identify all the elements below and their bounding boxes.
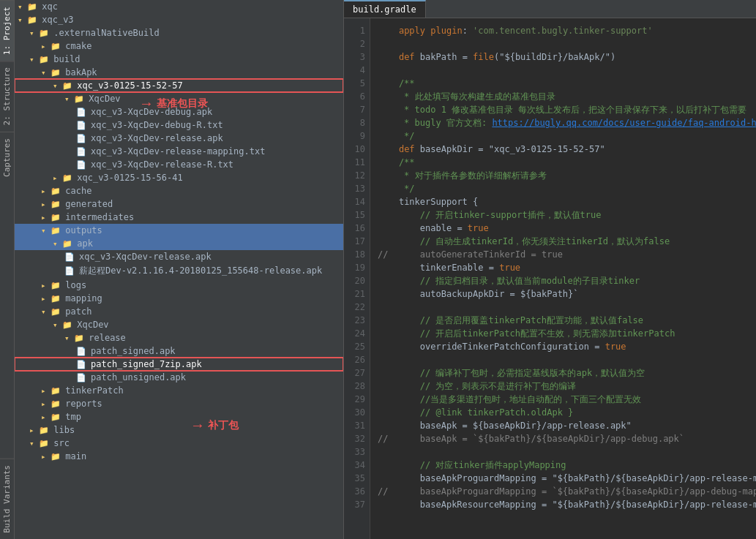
line-number-20: 20 — [344, 274, 370, 287]
tree-item-7[interactable]: ▾ 📁xqc_v3-0125-15-52-57 — [15, 79, 343, 92]
tree-item-22[interactable]: ▸ 📁logs — [15, 279, 343, 292]
line-number-32: 32 — [344, 432, 370, 445]
code-line-19: tinkerEnable = true — [378, 261, 756, 274]
tree-item-label: release — [89, 333, 126, 343]
tree-item-15[interactable]: ▸ 📁cache — [15, 184, 343, 197]
line-number-4: 4 — [344, 64, 370, 77]
tree-item-35[interactable]: ▸ 📁main — [15, 450, 343, 463]
tree-item-label: xqc_v3-XqcDev-debug-R.txt — [91, 120, 223, 130]
line-number-21: 21 — [344, 287, 370, 301]
folder-icon: ▾ 📁 — [41, 226, 61, 235]
tree-item-4[interactable]: ▸ 📁cmake — [15, 39, 343, 53]
folder-icon: ▾ 📁 — [29, 55, 49, 64]
tree-item-label: reports — [65, 399, 102, 409]
tree-item-28[interactable]: 📄patch_signed_7zip.apk — [15, 358, 343, 371]
tree-item-18[interactable]: ▾ 📁outputs — [15, 224, 343, 237]
tree-item-27[interactable]: 📄patch_signed.apk — [15, 344, 343, 358]
tree-item-21[interactable]: 📄薪起程Dev-v2.1.16.4-20180125_155648-releas… — [15, 263, 343, 279]
code-line-25: overrideTinkerPatchConfiguration = true — [378, 340, 756, 353]
tree-item-33[interactable]: ▸ 📁libs — [15, 423, 343, 437]
tree-item-label: .externalNativeBuild — [53, 28, 160, 38]
line-number-23: 23 — [344, 314, 370, 327]
structure-tab[interactable]: 2: Structure — [0, 61, 14, 131]
code-line-27: // 编译补丁包时，必需指定基线版本的apk，默认值为空 — [378, 366, 756, 380]
folder-icon: ▸ 📁 — [41, 213, 61, 222]
tree-item-29[interactable]: 📄patch_unsigned.apk — [15, 371, 343, 384]
code-line-23: // 是否启用覆盖tinkerPatch配置功能，默认值false — [378, 314, 756, 327]
line-number-14: 14 — [344, 195, 370, 208]
apk-file-icon: 📄 — [76, 134, 86, 143]
project-tab[interactable]: 1: Project — [0, 0, 14, 61]
folder-icon: ▾ 📁 — [53, 320, 72, 330]
tree-item-13[interactable]: 📄xqc_v3-XqcDev-release-R.txt — [15, 158, 343, 171]
tree-item-31[interactable]: ▸ 📁reports — [15, 397, 343, 410]
line-number-3: 3 — [344, 50, 370, 64]
tree-item-label: xqc_v3-XqcDev-release-mapping.txt — [91, 146, 265, 157]
folder-icon: ▸ 📁 — [41, 386, 61, 396]
code-lines: apply plugin: 'com.tencent.bugly.tinker-… — [370, 18, 756, 539]
tree-item-5[interactable]: ▾ 📁build — [15, 53, 343, 66]
line-number-11: 11 — [344, 156, 370, 169]
side-tabs: 1: Project 2: Structure Captures Build V… — [0, 0, 15, 539]
code-line-30: // @link tinkerPatch.oldApk } — [378, 406, 756, 419]
tree-item-3[interactable]: ▾ 📁.externalNativeBuild — [15, 26, 343, 39]
txt-file-icon: 📄 — [76, 147, 86, 157]
folder-icon: ▸ 📁 — [41, 452, 61, 461]
folder-icon: ▾ 📁 — [64, 333, 84, 343]
tree-item-2[interactable]: ▾ 📁xqc_v3 — [15, 13, 343, 26]
code-line-33 — [378, 445, 756, 459]
code-line-29: //当是多渠道打包时，地址自动配的，下面三个配置无效 — [378, 393, 756, 406]
file-tree-panel: ▾ 📁xqc▾ 📁xqc_v3▾ 📁.externalNativeBuild▸ … — [15, 0, 344, 539]
tree-item-12[interactable]: 📄xqc_v3-XqcDev-release-mapping.txt — [15, 145, 343, 158]
tree-item-label: tinkerPatch — [65, 385, 123, 396]
code-tab-build-gradle[interactable]: build.gradle — [344, 0, 426, 18]
tree-item-1[interactable]: ▾ 📁xqc — [15, 0, 343, 13]
tree-item-label: cache — [65, 186, 91, 196]
tree-item-34[interactable]: ▾ 📁src — [15, 437, 343, 450]
apk-file-icon: 📄 — [76, 108, 86, 117]
build-variants-tab[interactable]: Build Variants — [0, 459, 14, 539]
apk-file-icon: 📄 — [76, 373, 86, 382]
tree-item-9[interactable]: 📄xqc_v3-XqcDev-debug.apk — [15, 105, 343, 118]
tree-item-20[interactable]: 📄xqc_v3-XqcDev-release.apk — [15, 250, 343, 263]
tree-item-8[interactable]: ▾ 📁XqcDev — [15, 92, 343, 105]
code-line-10: def baseApkDir = "xqc_v3-0125-15-52-57" — [378, 143, 756, 156]
tree-item-label: apk — [77, 238, 93, 249]
tree-item-30[interactable]: ▸ 📁tinkerPatch — [15, 384, 343, 397]
tree-item-24[interactable]: ▾ 📁patch — [15, 305, 343, 318]
tree-item-25[interactable]: ▾ 📁XqcDev — [15, 318, 343, 331]
tree-item-17[interactable]: ▸ 📁intermediates — [15, 211, 343, 224]
apk-file-icon: 📄 — [64, 252, 75, 262]
line-number-33: 33 — [344, 445, 370, 459]
tree-item-10[interactable]: 📄xqc_v3-XqcDev-debug-R.txt — [15, 118, 343, 132]
tree-item-label: patch — [65, 306, 91, 317]
line-number-1: 1 — [344, 24, 370, 37]
tree-item-label: xqc_v3-0125-15-52-57 — [77, 80, 183, 91]
folder-icon: ▾ 📁 — [41, 68, 61, 78]
code-line-11: /** — [378, 156, 756, 169]
tree-item-label: bakApk — [65, 67, 97, 78]
tree-item-label: patch_signed.apk — [91, 346, 176, 356]
txt-file-icon: 📄 — [76, 121, 86, 130]
code-header: build.gradle — [344, 0, 756, 18]
code-line-6: * 此处填写每次构建生成的基准包目录 — [378, 90, 756, 103]
tree-item-23[interactable]: ▸ 📁mapping — [15, 292, 343, 305]
code-line-36: // baseApkProguardMapping = `${bakPath}/… — [378, 485, 756, 498]
line-number-8: 8 — [344, 116, 370, 129]
file-tree: ▾ 📁xqc▾ 📁xqc_v3▾ 📁.externalNativeBuild▸ … — [15, 0, 343, 539]
line-numbers: 1234567891011121314151617181920212223242… — [344, 18, 370, 539]
tree-item-19[interactable]: ▾ 📁apk — [15, 237, 343, 250]
line-number-34: 34 — [344, 459, 370, 472]
folder-icon: ▾ 📁 — [53, 239, 72, 249]
tree-item-32[interactable]: ▸ 📁tmp — [15, 410, 343, 423]
captures-tab[interactable]: Captures — [0, 132, 14, 183]
tree-item-14[interactable]: ▸ 📁xqc_v3-0125-15-56-41 — [15, 171, 343, 184]
code-line-28: // 为空，则表示不是进行补丁包的编译 — [378, 380, 756, 393]
line-number-12: 12 — [344, 169, 370, 182]
tree-item-6[interactable]: ▾ 📁bakApk — [15, 66, 343, 79]
code-line-20: // 指定归档目录，默认值当前module的子目录tinker — [378, 274, 756, 287]
tree-item-26[interactable]: ▾ 📁release — [15, 331, 343, 344]
tree-item-11[interactable]: 📄xqc_v3-XqcDev-release.apk — [15, 132, 343, 145]
tree-item-16[interactable]: ▸ 📁generated — [15, 197, 343, 211]
code-line-22 — [378, 301, 756, 314]
